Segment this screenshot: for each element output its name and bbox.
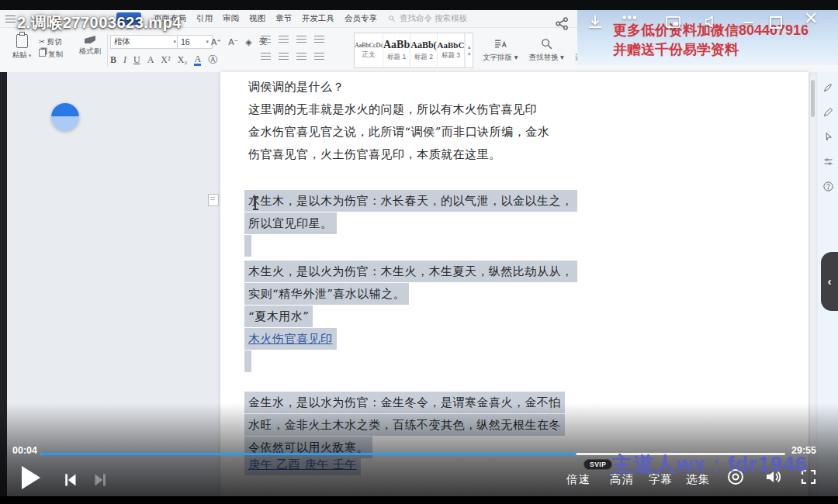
font-adjust-buttons: A⁺A⁻◈变: [211, 36, 268, 47]
pip-icon[interactable]: [664, 13, 682, 31]
menu-item[interactable]: 会员专享: [345, 13, 377, 24]
paste-button[interactable]: 粘贴 ▾: [8, 28, 36, 72]
style-item[interactable]: AaBb标题 1: [383, 33, 410, 67]
collapse-panel-tab[interactable]: ‹: [821, 252, 838, 311]
style-preview: AaBb: [383, 39, 410, 51]
format-button[interactable]: A: [147, 54, 154, 66]
typeset-tool[interactable]: 文字排版 ▾: [483, 28, 518, 72]
cut-button[interactable]: ✂ 剪切: [39, 36, 70, 48]
toolbar-divider: [107, 34, 108, 67]
doc-line: 木火伤官喜见印: [244, 328, 337, 350]
help-icon[interactable]: [818, 176, 838, 196]
decrease-indent-icon[interactable]: [296, 36, 306, 43]
format-button[interactable]: B: [110, 54, 116, 66]
justify-icon[interactable]: [296, 53, 306, 60]
menu-item[interactable]: 视图: [249, 13, 265, 24]
format-button[interactable]: A: [194, 54, 201, 66]
maximize-icon[interactable]: [770, 16, 782, 29]
font-size-select[interactable]: 16▾: [177, 35, 213, 49]
fullscreen-icon[interactable]: [799, 468, 818, 486]
margin-note-icon[interactable]: [208, 194, 219, 206]
font-adjust-button[interactable]: A⁺: [211, 37, 221, 47]
quality-button[interactable]: 高清: [610, 472, 634, 487]
tool-label: 文字排版 ▾: [483, 53, 518, 63]
download-icon[interactable]: [586, 12, 604, 31]
paste-icon: [16, 34, 28, 48]
font-adjust-button[interactable]: A⁻: [228, 37, 238, 47]
style-label: 正文: [362, 50, 376, 60]
minimize-icon[interactable]: [743, 22, 753, 23]
previous-button[interactable]: [61, 470, 81, 490]
format-button[interactable]: Ⓐ: [208, 54, 217, 66]
hamburger-menu-icon[interactable]: [5, 16, 16, 22]
document-area: 调侯调的是什么？这里调的无非就是水火的问题，所以有木火伤官喜见印金水伤官喜见官之…: [0, 72, 838, 496]
speaker-icon[interactable]: [702, 13, 719, 30]
menu-item[interactable]: 章节: [275, 13, 292, 24]
floating-avatar[interactable]: [51, 103, 79, 131]
doc-line: “夏木用水”: [244, 306, 313, 327]
format-buttons: BIUAX²X₂AⒶ: [110, 54, 217, 66]
duration: 29:55: [791, 445, 816, 456]
doc-line: 木生火，是以火为伤官：木生火，木生夏天，纵然比劫从从，: [244, 261, 577, 282]
style-preview: AaBbC: [438, 40, 465, 50]
style-preview: AaBb(: [410, 40, 436, 51]
doc-page[interactable]: 调侯调的是什么？这里调的无非就是水火的问题，所以有木火伤官喜见印金水伤官喜见官之…: [220, 72, 809, 496]
numbered-list-icon[interactable]: [279, 36, 289, 43]
progress-bar[interactable]: [40, 453, 785, 455]
style-gallery[interactable]: AaBbCcDd正文AaBb标题 1AaBb(标题 2AaBbC标题 3 ▲▼: [354, 33, 473, 68]
pen-tool-icon[interactable]: [818, 77, 838, 97]
doc-line: 金生水，是以水为伤官：金生冬令，是谓寒金喜火，金不怕: [244, 392, 565, 413]
doc-line: 水生木，是以木为伤官：水长春天，的以气泄，以金以生之，: [244, 190, 577, 212]
speed-button[interactable]: 倍速: [566, 472, 590, 487]
align-center-icon[interactable]: [279, 53, 289, 60]
style-preview: AaBbCcDd: [355, 42, 383, 49]
settings-sliders-icon[interactable]: [818, 151, 838, 171]
format-button[interactable]: X₂: [178, 54, 188, 66]
format-button[interactable]: X²: [161, 54, 170, 66]
edit-pen-icon[interactable]: [818, 102, 838, 122]
style-item[interactable]: AaBb(标题 2: [410, 33, 437, 67]
menu-item[interactable]: 引用: [196, 13, 213, 24]
copy-button[interactable]: 复制: [39, 48, 70, 60]
target-circle-icon[interactable]: [726, 468, 745, 486]
find-replace-tool[interactable]: 查找替换 ▾: [528, 28, 563, 72]
style-item[interactable]: AaBbCcDd正文: [355, 33, 383, 67]
scrollbar-thumb[interactable]: [811, 80, 815, 117]
ribbon-search[interactable]: 查找命令 搜索模板: [388, 12, 467, 25]
episodes-button[interactable]: 选集: [686, 472, 710, 487]
doc-line: 这里调的无非就是水火的问题，所以有木火伤官喜见印: [248, 98, 537, 120]
play-button[interactable]: [22, 466, 40, 489]
menu-item[interactable]: 审阅: [223, 13, 239, 24]
share-icon[interactable]: [554, 16, 570, 32]
increase-indent-icon[interactable]: [314, 36, 324, 43]
style-label: 标题 3: [442, 51, 460, 60]
more-icon[interactable]: •••: [622, 11, 638, 25]
scrollbar[interactable]: [810, 75, 815, 493]
line-spacing-icon[interactable]: [314, 53, 324, 60]
format-button[interactable]: I: [123, 54, 126, 66]
search-icon: [388, 15, 396, 22]
wps-window: 页面布局引用审阅视图章节开发工具会员专享 查找命令 搜索模板 粘贴 ▾ ✂ 剪切…: [0, 10, 838, 496]
bullet-list-icon[interactable]: [261, 36, 271, 43]
close-icon[interactable]: ✕: [804, 10, 818, 27]
select-arrow-icon[interactable]: [818, 126, 838, 147]
text-cursor: [255, 197, 256, 209]
next-button[interactable]: [90, 470, 110, 490]
gallery-scroll-buttons[interactable]: ▲▼: [465, 33, 473, 67]
doc-line: 伤官喜见官，火土伤官喜见印，本质就在这里。: [248, 143, 501, 165]
doc-line: 实则“精华外泄”喜水以辅之。: [244, 283, 409, 305]
menu-item[interactable]: 开发工具: [302, 13, 334, 24]
promo-line2: 并赠送千份易学资料: [613, 40, 809, 60]
bottom-letterbox: [0, 496, 838, 504]
format-painter-button[interactable]: 格式刷: [74, 28, 106, 72]
volume-icon[interactable]: [764, 468, 782, 486]
style-item[interactable]: AaBbC标题 3: [438, 33, 466, 67]
subtitle-button[interactable]: 字幕: [649, 472, 673, 487]
video-title: 2.调喉277003623.mp4: [17, 12, 182, 33]
font-adjust-button[interactable]: ◈: [245, 37, 251, 47]
doc-line: [244, 235, 251, 257]
progress-fill: [40, 453, 577, 455]
font-name-select[interactable]: 楷体▾: [110, 35, 180, 49]
align-left-icon[interactable]: [261, 53, 271, 60]
format-button[interactable]: U: [133, 54, 140, 66]
